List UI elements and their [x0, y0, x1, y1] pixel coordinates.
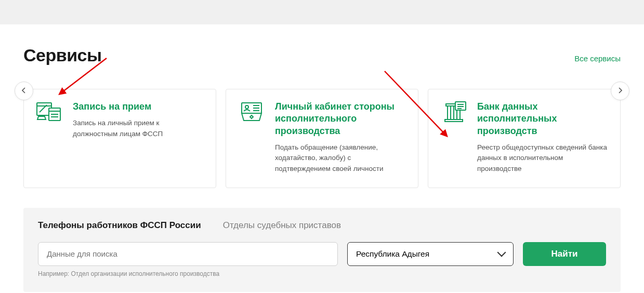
tab-phones[interactable]: Телефоны работников ФССП России — [38, 220, 201, 231]
service-card-databank[interactable]: Банк данных исполнительных производств Р… — [428, 89, 621, 188]
region-select-value: Республика Адыгея — [356, 249, 429, 259]
region-select[interactable]: Республика Адыгея — [347, 242, 514, 266]
services-header: Сервисы Все сервисы — [23, 45, 621, 65]
card-desc: Запись на личный прием к должностным лиц… — [73, 118, 204, 139]
section-title: Сервисы — [23, 45, 101, 65]
service-card-appointment[interactable]: Запись на прием Запись на личный прием к… — [23, 89, 216, 188]
databank-icon — [440, 101, 468, 123]
carousel-next-button[interactable] — [611, 82, 629, 100]
all-services-link[interactable]: Все сервисы — [574, 54, 621, 63]
top-band — [0, 0, 644, 24]
search-hint: Например: Отдел организации исполнительн… — [38, 270, 606, 277]
carousel-prev-button[interactable] — [15, 82, 33, 100]
search-panel: Телефоны работников ФССП России Отделы с… — [23, 208, 621, 292]
svg-point-7 — [245, 105, 248, 109]
search-button[interactable]: Найти — [523, 242, 606, 266]
service-card-cabinet[interactable]: Личный кабинет стороны исполнительного п… — [226, 89, 418, 188]
tab-departments[interactable]: Отделы судебных приставов — [223, 220, 341, 231]
appointment-icon — [35, 101, 63, 123]
card-desc: Подать обращение (заявление, ходатайство… — [275, 142, 406, 174]
cards-carousel: Запись на прием Запись на личный прием к… — [23, 89, 621, 188]
chevron-left-icon — [22, 87, 26, 95]
chevron-right-icon — [618, 87, 622, 95]
search-input[interactable] — [38, 242, 338, 266]
card-title: Запись на прием — [73, 101, 204, 113]
card-title: Личный кабинет стороны исполнительного п… — [275, 101, 406, 137]
cabinet-icon — [238, 101, 266, 123]
card-title: Банк данных исполнительных производств — [477, 101, 609, 137]
card-desc: Реестр общедоступных сведений банка данн… — [477, 142, 609, 174]
